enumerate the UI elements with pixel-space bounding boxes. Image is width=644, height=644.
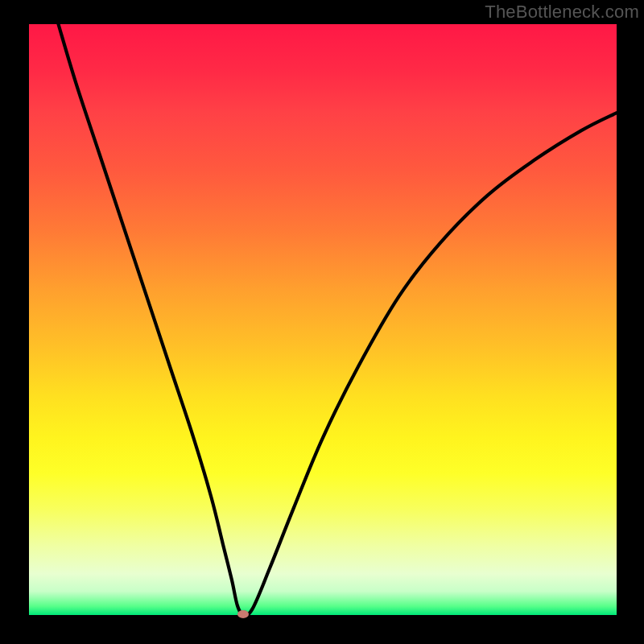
bottleneck-curve [29,24,617,615]
chart-plot-area [29,24,617,615]
optimal-point-marker [237,610,249,618]
watermark-text: TheBottleneck.com [485,2,639,23]
